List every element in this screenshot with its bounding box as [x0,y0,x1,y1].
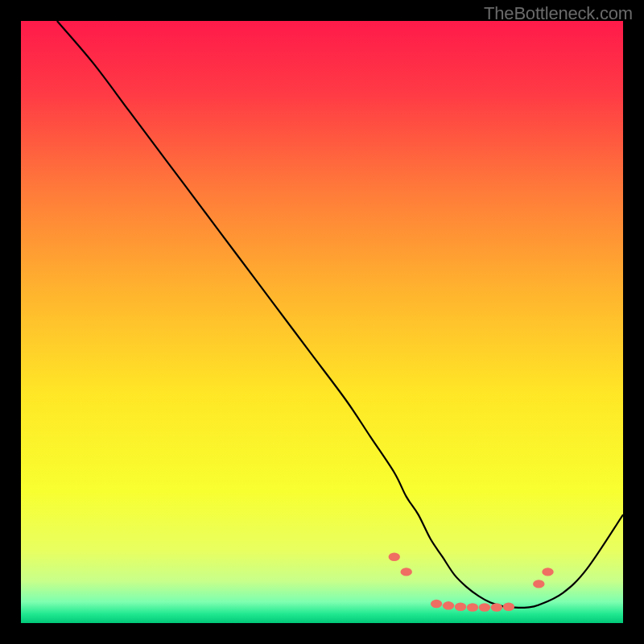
data-marker [467,603,478,611]
watermark-text: TheBottleneck.com [484,3,633,24]
data-marker [542,568,553,576]
data-marker [533,580,544,588]
data-marker [479,603,490,611]
data-marker [431,600,442,608]
data-marker [443,601,454,609]
data-marker [389,553,400,561]
data-marker [401,568,412,576]
data-marker [491,603,502,611]
data-marker [455,603,466,611]
gradient-background [21,21,623,623]
data-marker [503,603,514,611]
chart-canvas [21,21,623,623]
